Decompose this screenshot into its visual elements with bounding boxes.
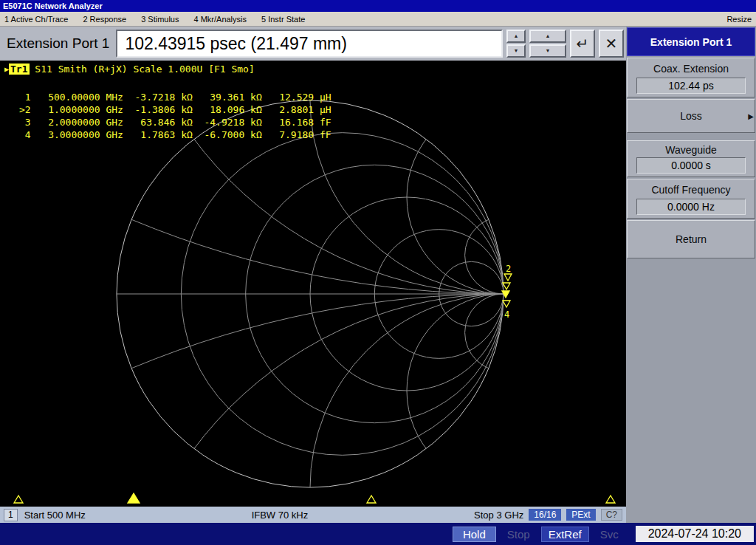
stimulus-marker (14, 496, 23, 503)
stimulus-marker (367, 496, 376, 503)
stop-indicator: Stop (504, 527, 533, 541)
chart-marker (503, 301, 510, 307)
softkey-label: Waveguide (628, 141, 755, 156)
coax-extension-value: 102.44 ps (636, 78, 746, 94)
entry-enter-button[interactable]: ↵ (570, 30, 595, 58)
titlebar: E5071C Network Analyzer (0, 0, 756, 12)
window-title: E5071C Network Analyzer (3, 1, 103, 10)
coarse-step-spinner: ▲ ▼ (529, 30, 566, 58)
port-extension-badge: PExt (566, 509, 595, 521)
fine-step-spinner: ▲ ▼ (506, 30, 526, 58)
menu-response[interactable]: 2 Response (83, 15, 126, 24)
softkey-loss[interactable]: Loss ▶ (627, 99, 755, 133)
entry-bar: Extension Port 1 102.43915 psec (21.497 … (0, 27, 626, 61)
arrow-up-icon: ▲ (514, 33, 519, 38)
menu-instr-state[interactable]: 5 Instr State (261, 15, 305, 24)
cal-status-badge: C? (601, 509, 622, 521)
datetime-display: 2024-07-24 10:20 (636, 526, 754, 542)
marker-readout-row: >2 1.0000000 GHz -1.3806 kΩ 18.096 kΩ 2.… (19, 103, 331, 116)
menu-active-ch-trace[interactable]: 1 Active Ch/Trace (4, 15, 68, 24)
chart-marker-label: 2 (506, 264, 511, 274)
trace-status-line: ▶Tr1 S11 Smith (R+jX) Scale 1.000U [F1 S… (4, 64, 255, 75)
ifbw-readout: IFBW 70 kHz (252, 510, 309, 521)
softkey-label: Cutoff Frequency (628, 179, 755, 196)
start-frequency: Start 500 MHz (24, 510, 86, 521)
softkey-coax-extension[interactable]: Coax. Extension 102.44 ps (627, 58, 755, 97)
marker-readout-row: 3 2.0000000 GHz 63.846 kΩ -4.9218 kΩ 16.… (19, 116, 331, 128)
enter-icon: ↵ (577, 35, 589, 52)
stimulus-marker (606, 496, 615, 503)
softkey-return[interactable]: Return (627, 220, 755, 258)
analyzer-screen: E5071C Network Analyzer 1 Active Ch/Trac… (0, 0, 756, 545)
chart-marker (503, 283, 510, 289)
menu-stimulus[interactable]: 3 Stimulus (141, 15, 179, 24)
arrow-down-icon: ▼ (546, 48, 551, 53)
cutoff-frequency-value: 0.0000 Hz (636, 199, 746, 215)
arrow-up-icon: ▲ (546, 33, 551, 38)
marker-readout-table: 1 500.00000 MHz -3.7218 kΩ 39.361 kΩ 12.… (19, 91, 331, 141)
menubar: 1 Active Ch/Trace 2 Response 3 Stimulus … (0, 12, 756, 27)
softkey-label: Loss (628, 100, 755, 132)
trace-id[interactable]: Tr1 (9, 64, 29, 75)
softkey-cutoff-frequency[interactable]: Cutoff Frequency 0.0000 Hz (627, 179, 755, 219)
channel-status-bar: 1 Start 500 MHz IFBW 70 kHz Stop 3 GHz 1… (0, 507, 626, 523)
menu-resize[interactable]: Resize (726, 15, 752, 24)
trace-params: S11 Smith (R+jX) Scale 1.000U [F1 Smo] (30, 64, 255, 75)
stop-frequency: Stop 3 GHz (474, 510, 523, 521)
update-count-badge: 16/16 (529, 509, 561, 521)
entry-close-button[interactable]: ✕ (599, 30, 624, 58)
entry-label: Extension Port 1 (2, 35, 112, 52)
softkey-label: Coax. Extension (628, 58, 755, 75)
softkey-menu: Extension Port 1 Coax. Extension 102.44 … (626, 27, 756, 523)
trigger-hold-indicator: Hold (453, 527, 496, 542)
waveguide-value: 0.0000 s (636, 157, 746, 174)
instrument-status-bar: Hold Stop ExtRef Svc 2024-07-24 10:20 (0, 523, 756, 545)
trace-display-area: 24 ▶Tr1 S11 Smith (R+jX) Scale 1.000U [F… (0, 61, 626, 507)
softkey-menu-title: Extension Port 1 (627, 27, 755, 56)
marker-readout-row: 4 3.0000000 GHz 1.7863 kΩ -6.7000 kΩ 7.9… (19, 128, 331, 141)
entry-value-field[interactable]: 102.43915 psec (21.497 mm) (116, 30, 503, 58)
menu-mkr-analysis[interactable]: 4 Mkr/Analysis (193, 15, 247, 24)
submenu-arrow-icon: ▶ (748, 112, 754, 120)
arrow-down-icon: ▼ (514, 48, 519, 53)
chart-marker-label: 4 (504, 309, 509, 320)
softkey-waveguide[interactable]: Waveguide 0.0000 s (627, 140, 755, 177)
external-reference-indicator: ExtRef (541, 527, 589, 542)
spin-down-large-button[interactable]: ▼ (529, 44, 566, 58)
softkey-label: Return (628, 221, 755, 258)
channel-indicator: 1 (4, 509, 18, 521)
service-indicator: Svc (597, 527, 622, 541)
spin-up-small-button[interactable]: ▲ (506, 30, 526, 43)
spin-up-large-button[interactable]: ▲ (529, 30, 566, 43)
spin-down-small-button[interactable]: ▼ (506, 44, 526, 58)
close-icon: ✕ (605, 35, 618, 52)
entry-value: 102.43915 psec (21.497 mm) (125, 34, 346, 54)
chart-marker (504, 274, 512, 281)
marker-readout-row: 1 500.00000 MHz -3.7218 kΩ 39.361 kΩ 12.… (19, 91, 331, 103)
stimulus-marker (128, 493, 140, 503)
